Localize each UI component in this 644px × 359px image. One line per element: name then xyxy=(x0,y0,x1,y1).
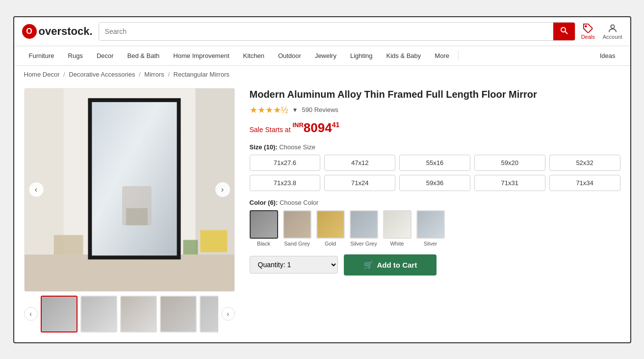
color-label-white: White xyxy=(390,241,404,247)
chevron-down-icon: ▼ xyxy=(292,107,298,113)
size-btn-4[interactable]: 52x32 xyxy=(549,155,620,171)
thumb-wrap xyxy=(41,296,218,332)
size-label: Size (10): Choose Size xyxy=(250,143,620,151)
cart-row: Quantity: 1 🛒 Add to Cart xyxy=(250,254,620,276)
quantity-select[interactable]: Quantity: 1 xyxy=(250,256,338,274)
svg-rect-12 xyxy=(53,235,83,254)
search-bar xyxy=(99,22,575,41)
nav-item-decor[interactable]: Decor xyxy=(90,46,121,65)
breadcrumb: Home Decor / Decorative Accessories / Mi… xyxy=(14,66,630,83)
logo[interactable]: O overstock. xyxy=(22,24,93,39)
deals-icon-item[interactable]: Deals xyxy=(581,23,595,40)
review-count[interactable]: 590 Reviews xyxy=(302,106,338,113)
product-details: Modern Aluminum Alloy Thin Framed Full L… xyxy=(250,88,620,332)
color-swatch-gold xyxy=(316,210,345,239)
size-btn-1[interactable]: 47x12 xyxy=(324,155,395,171)
sale-prefix: Sale Starts at INR809441 xyxy=(250,126,340,134)
svg-point-0 xyxy=(561,28,566,32)
breadcrumb-sep-3: / xyxy=(168,71,171,78)
product-price: INR809441 xyxy=(292,120,339,135)
size-grid: 71x27.6 47x12 55x16 59x20 52x32 71x23.8 … xyxy=(250,155,620,191)
price-row: Sale Starts at INR809441 xyxy=(250,120,620,136)
main-content: ‹ › ‹ xyxy=(14,83,630,342)
thumbnail-5[interactable] xyxy=(200,296,218,332)
nav-item-kitchen[interactable]: Kitchen xyxy=(236,46,271,65)
thumbnail-4[interactable] xyxy=(160,296,197,332)
nav-item-lighting[interactable]: Lighting xyxy=(343,46,380,65)
color-label-gold: Gold xyxy=(325,241,336,247)
svg-rect-14 xyxy=(183,240,198,254)
size-btn-3[interactable]: 59x20 xyxy=(474,155,545,171)
nav: Furniture Rugs Decor Bed & Bath Home Imp… xyxy=(14,46,630,66)
color-item-sand-grey[interactable]: Sand Grey xyxy=(283,210,311,247)
size-btn-6[interactable]: 71x24 xyxy=(324,175,395,191)
nav-item-kids-baby[interactable]: Kids & Baby xyxy=(380,46,428,65)
size-btn-2[interactable]: 55x16 xyxy=(399,155,470,171)
size-btn-9[interactable]: 71x34 xyxy=(549,175,620,191)
color-item-silver-grey[interactable]: Silver Grey xyxy=(350,210,378,247)
size-btn-0[interactable]: 71x27.6 xyxy=(250,155,321,171)
svg-rect-9 xyxy=(92,102,177,255)
search-icon xyxy=(560,27,568,34)
account-icon xyxy=(607,23,618,34)
currency-symbol: INR xyxy=(292,121,303,129)
header-icons: Deals Account xyxy=(581,23,622,40)
color-swatch-black xyxy=(250,210,278,239)
svg-line-1 xyxy=(565,31,567,34)
thumbnail-1[interactable] xyxy=(41,296,77,332)
color-label: Color (6): Choose Color xyxy=(250,199,620,206)
breadcrumb-home-decor[interactable]: Home Decor xyxy=(24,71,60,78)
account-icon-item[interactable]: Account xyxy=(603,23,622,40)
size-btn-8[interactable]: 71x31 xyxy=(474,175,545,191)
thumb-next-arrow[interactable]: › xyxy=(221,307,235,321)
add-to-cart-label: Add to Cart xyxy=(377,261,417,269)
thumb-prev-arrow[interactable]: ‹ xyxy=(24,307,38,321)
add-to-cart-button[interactable]: 🛒 Add to Cart xyxy=(344,254,437,276)
image-section: ‹ › ‹ xyxy=(24,88,235,332)
breadcrumb-rectangular[interactable]: Rectangular Mirrors xyxy=(174,71,230,78)
page-wrapper: O overstock. Deals Account Furniture Rug… xyxy=(13,16,631,343)
main-image-container: ‹ › xyxy=(24,88,235,292)
color-swatch-silver-grey xyxy=(350,210,378,239)
thumbnails: ‹ xyxy=(24,296,235,332)
color-grid: Black Sand Grey Gold Silver Grey White xyxy=(250,210,620,247)
color-item-gold[interactable]: Gold xyxy=(316,210,345,247)
nav-item-rugs[interactable]: Rugs xyxy=(61,46,90,65)
breadcrumb-sep-1: / xyxy=(63,71,67,78)
svg-rect-7 xyxy=(25,254,234,291)
rating-row: ★★★★½ ▼ 590 Reviews xyxy=(250,105,620,115)
header: O overstock. Deals Account xyxy=(14,17,630,46)
nav-item-outdoor[interactable]: Outdoor xyxy=(271,46,308,65)
thumbnail-3[interactable] xyxy=(120,296,157,332)
nav-item-bed-bath[interactable]: Bed & Bath xyxy=(121,46,167,65)
color-item-black[interactable]: Black xyxy=(250,210,278,247)
nav-item-jewelry[interactable]: Jewelry xyxy=(308,46,343,65)
logo-icon: O xyxy=(22,24,37,39)
next-image-arrow[interactable]: › xyxy=(215,182,231,197)
nav-item-ideas[interactable]: Ideas xyxy=(593,46,622,65)
color-item-silver[interactable]: Silver xyxy=(416,210,445,247)
mirror-scene-svg xyxy=(25,88,234,291)
deals-label: Deals xyxy=(581,34,595,40)
svg-rect-11 xyxy=(126,208,148,225)
size-btn-5[interactable]: 71x23.8 xyxy=(250,175,321,191)
prev-image-arrow[interactable]: ‹ xyxy=(28,182,44,197)
thumbnail-2[interactable] xyxy=(80,296,117,332)
breadcrumb-decorative[interactable]: Decorative Accessories xyxy=(69,71,135,78)
nav-item-home-improvement[interactable]: Home Improvement xyxy=(166,46,236,65)
size-btn-7[interactable]: 59x36 xyxy=(399,175,470,191)
nav-item-more[interactable]: More xyxy=(428,46,456,65)
svg-rect-13 xyxy=(200,230,227,252)
color-swatch-silver xyxy=(416,210,445,239)
nav-item-furniture[interactable]: Furniture xyxy=(22,46,61,65)
logo-text: overstock. xyxy=(39,25,93,38)
color-item-white[interactable]: White xyxy=(383,210,412,247)
search-button[interactable] xyxy=(553,23,575,40)
search-input[interactable] xyxy=(99,23,553,40)
color-swatch-sand-grey xyxy=(283,210,311,239)
svg-point-2 xyxy=(585,26,587,27)
account-label: Account xyxy=(603,34,622,40)
color-label-black: Black xyxy=(257,241,270,247)
breadcrumb-mirrors[interactable]: Mirrors xyxy=(144,71,164,78)
product-title: Modern Aluminum Alloy Thin Framed Full L… xyxy=(250,88,620,101)
